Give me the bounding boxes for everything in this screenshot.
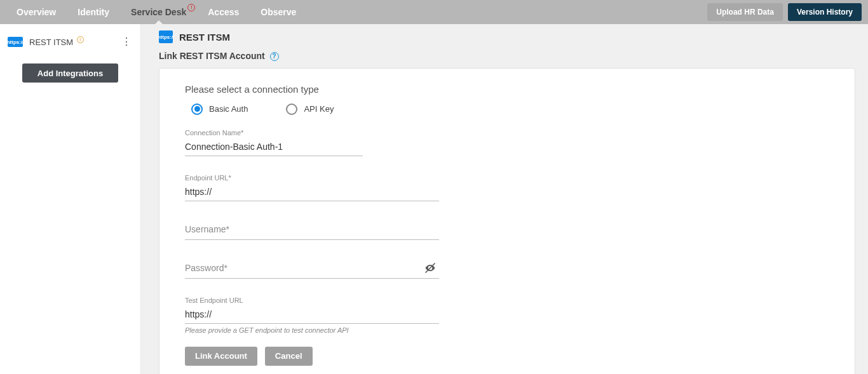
- nav-tabs: Overview Identity Service Desk Access Ob…: [6, 0, 306, 24]
- warning-icon: [77, 36, 84, 43]
- https-badge-icon: https://: [8, 37, 23, 47]
- sidebar-item-rest-itsm[interactable]: https:// REST ITSM ⋮: [0, 32, 140, 52]
- field-endpoint-url: Endpoint URL*: [185, 174, 439, 201]
- tab-label: Observe: [261, 7, 296, 17]
- tab-access[interactable]: Access: [198, 0, 249, 24]
- radio-api-key[interactable]: API Key: [286, 104, 334, 115]
- tab-service-desk[interactable]: Service Desk: [121, 0, 196, 24]
- form-actions: Link Account Cancel: [185, 347, 829, 366]
- tab-label: Overview: [17, 7, 56, 17]
- field-test-endpoint: Test Endpoint URL Please provide a GET e…: [185, 297, 439, 334]
- field-username: Username*: [185, 219, 439, 240]
- content: https:// REST ITSM ⋮ Add Integrations ht…: [0, 24, 868, 374]
- password-input[interactable]: [185, 258, 439, 279]
- tab-label: Service Desk: [131, 7, 186, 17]
- upload-hr-data-button[interactable]: Upload HR Data: [707, 3, 783, 21]
- cancel-button[interactable]: Cancel: [265, 347, 313, 366]
- radio-basic-auth[interactable]: Basic Auth: [191, 104, 248, 115]
- field-helper-text: Please provide a GET endpoint to test co…: [185, 326, 439, 334]
- link-account-button[interactable]: Link Account: [185, 347, 257, 366]
- tab-label: Identity: [78, 7, 109, 17]
- page-subtitle: Link REST ITSM Account ?: [159, 51, 855, 62]
- radio-icon: [286, 104, 297, 115]
- endpoint-url-input[interactable]: [185, 183, 439, 201]
- kebab-menu-icon[interactable]: ⋮: [120, 37, 133, 47]
- sidebar: https:// REST ITSM ⋮ Add Integrations: [0, 24, 141, 374]
- subtitle-text: Link REST ITSM Account: [159, 51, 265, 61]
- toggle-password-visibility-icon[interactable]: [424, 262, 437, 276]
- connection-type-radios: Basic Auth API Key: [185, 104, 829, 115]
- test-endpoint-input[interactable]: [185, 305, 439, 324]
- version-history-button[interactable]: Version History: [788, 3, 862, 21]
- radio-icon: [191, 104, 203, 115]
- top-nav: Overview Identity Service Desk Access Ob…: [0, 0, 868, 24]
- field-label: Endpoint URL*: [185, 174, 439, 182]
- tab-overview[interactable]: Overview: [6, 0, 66, 24]
- tab-identity[interactable]: Identity: [67, 0, 119, 24]
- sidebar-item-label: REST ITSM: [29, 37, 114, 47]
- radio-label: API Key: [304, 104, 334, 114]
- page-title: REST ITSM: [179, 32, 230, 43]
- field-label: Test Endpoint URL: [185, 297, 439, 304]
- sidebar-item-text: REST ITSM: [29, 37, 73, 47]
- connection-name-input[interactable]: [185, 138, 363, 156]
- field-connection-name: Connection Name*: [185, 129, 363, 156]
- form-card: Please select a connection type Basic Au…: [159, 68, 855, 375]
- field-password: Password*: [185, 258, 439, 279]
- radio-label: Basic Auth: [209, 104, 248, 114]
- page-header: https:// REST ITSM: [159, 27, 855, 51]
- main-panel: https:// REST ITSM Link REST ITSM Accoun…: [141, 24, 868, 374]
- field-label: Connection Name*: [185, 129, 363, 137]
- add-integrations-button[interactable]: Add Integrations: [22, 63, 118, 83]
- tab-label: Access: [208, 7, 239, 17]
- https-badge-icon: https://: [159, 30, 173, 43]
- alert-icon: [187, 4, 195, 11]
- username-input[interactable]: [185, 219, 439, 240]
- form-prompt: Please select a connection type: [185, 84, 829, 95]
- tab-observe[interactable]: Observe: [250, 0, 306, 24]
- help-icon[interactable]: ?: [270, 52, 279, 61]
